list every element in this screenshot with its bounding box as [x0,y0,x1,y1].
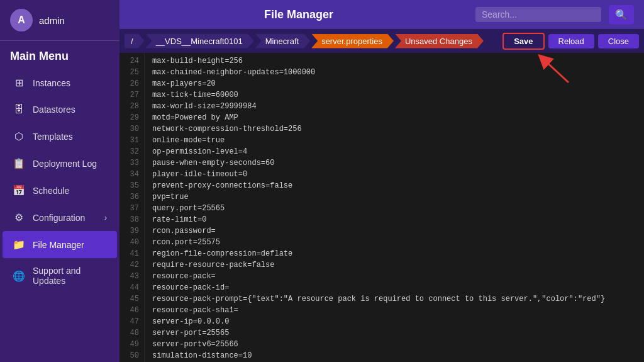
line-number: 43 [122,271,139,282]
line-number: 27 [122,89,139,101]
toolbar-actions: Save Reload Close [502,29,644,53]
sidebar-item-templates[interactable]: ⬡Templates [3,123,117,150]
code-container: 2425262728293031323334353637383940414243… [119,53,644,362]
breadcrumb-unsaved[interactable]: Unsaved Changes [395,34,484,48]
sidebar-item-label: Datastores [33,105,75,115]
sidebar-item-label: Support and Updates [33,266,107,286]
code-line: resource-pack-id= [152,282,636,293]
line-number: 26 [122,78,139,89]
sidebar-item-label: Schedule [33,186,69,196]
page-title: File Manager [130,8,468,21]
close-button[interactable]: Close [598,34,639,48]
code-line: pause-when-empty-seconds=60 [152,157,636,169]
line-number: 28 [122,101,139,112]
code-line: motd=Powered by AMP [152,112,636,123]
deployment-log-icon: 📋 [13,157,25,169]
user-profile[interactable]: A admin [0,0,119,41]
save-button[interactable]: Save [502,33,544,50]
line-numbers: 2425262728293031323334353637383940414243… [119,53,145,362]
sidebar-item-file-manager[interactable]: 📁File Manager [3,231,117,258]
sidebar-title: Main Menu [0,41,119,69]
breadcrumb-root[interactable]: / [125,34,145,48]
line-number: 39 [122,225,139,237]
line-number: 46 [122,305,139,316]
breadcrumb-action-bar: /__VDS__Minecraft0101Minecraftserver.pro… [119,29,644,53]
line-number: 31 [122,135,139,146]
code-line: server-ip=0.0.0.0 [152,316,636,327]
breadcrumb-server-properties[interactable]: server.properties [311,34,394,48]
reload-button[interactable]: Reload [548,34,594,48]
sidebar-item-deployment-log[interactable]: 📋Deployment Log [3,150,117,177]
line-number: 32 [122,146,139,157]
code-line: op-permission-level=4 [152,146,636,157]
main-content: File Manager 🔍 /__VDS__Minecraft0101Mine… [119,0,644,362]
sidebar-item-datastores[interactable]: 🗄Datastores [3,96,117,123]
line-number: 50 [122,350,139,361]
templates-icon: ⬡ [13,130,25,142]
sidebar-nav: ⊞Instances🗄Datastores⬡Templates📋Deployme… [0,69,119,293]
line-number: 30 [122,123,139,135]
sidebar-item-label: File Manager [33,240,84,250]
line-number: 42 [122,259,139,271]
code-line: rcon.password= [152,225,636,237]
code-line: player-idle-timeout=0 [152,169,636,180]
breadcrumb-vds[interactable]: __VDS__Minecraft0101 [146,34,254,48]
search-input[interactable] [482,9,582,20]
code-line: network-compression-threshold=256 [152,123,636,135]
username-label: admin [39,15,65,26]
line-number: 24 [122,55,139,67]
line-number: 44 [122,282,139,293]
code-line: resource-pack= [152,271,636,282]
chevron-right-icon: › [104,213,107,222]
line-number: 33 [122,157,139,169]
sidebar-item-label: Configuration [33,213,85,223]
code-line: server-portv6=25566 [152,339,636,350]
line-number: 41 [122,248,139,259]
configuration-icon: ⚙ [13,212,25,223]
code-line: simulation-distance=10 [152,350,636,361]
code-line: max-build-height=256 [152,55,636,67]
line-number: 45 [122,293,139,305]
code-line: resource-pack-sha1= [152,305,636,316]
schedule-icon: 📅 [13,184,25,196]
search-button[interactable]: 🔍 [609,5,634,25]
datastores-icon: 🗄 [13,104,25,115]
breadcrumb-minecraft[interactable]: Minecraft [255,34,310,48]
code-line: region-file-compression=deflate [152,248,636,259]
code-line: query.port=25565 [152,203,636,214]
sidebar-item-label: Deployment Log [33,159,97,169]
code-lines: max-build-height=256max-chained-neighbor… [145,53,644,362]
line-number: 35 [122,180,139,191]
instances-icon: ⊞ [13,77,25,89]
sidebar-item-label: Instances [33,78,70,88]
code-line: require-resource-pack=false [152,259,636,271]
sidebar-item-configuration[interactable]: ⚙Configuration› [3,204,117,231]
code-line: max-chained-neighbor-updates=1000000 [152,67,636,78]
file-manager-icon: 📁 [13,239,25,251]
code-editor[interactable]: 2425262728293031323334353637383940414243… [119,53,644,362]
code-line: rcon.port=25575 [152,237,636,248]
line-number: 29 [122,112,139,123]
sidebar-item-support[interactable]: 🌐Support and Updates [3,258,117,293]
code-line: max-players=20 [152,78,636,89]
line-number: 40 [122,237,139,248]
code-line: server-port=25565 [152,327,636,339]
line-number: 34 [122,169,139,180]
sidebar-item-instances[interactable]: ⊞Instances [3,69,117,96]
search-box [475,7,601,22]
sidebar-item-label: Templates [33,132,73,142]
code-line: pvp=true [152,191,636,203]
sidebar-item-schedule[interactable]: 📅Schedule [3,177,117,204]
sidebar: A admin Main Menu ⊞Instances🗄Datastores⬡… [0,0,119,362]
code-line: resource-pack-prompt={"text":"A resource… [152,293,636,305]
line-number: 47 [122,316,139,327]
line-number: 25 [122,67,139,78]
code-line: max-world-size=29999984 [152,101,636,112]
avatar: A [10,9,33,31]
support-icon: 🌐 [13,270,25,282]
code-line: online-mode=true [152,135,636,146]
line-number: 49 [122,339,139,350]
code-line: rate-limit=0 [152,214,636,225]
line-number: 37 [122,203,139,214]
line-number: 48 [122,327,139,339]
